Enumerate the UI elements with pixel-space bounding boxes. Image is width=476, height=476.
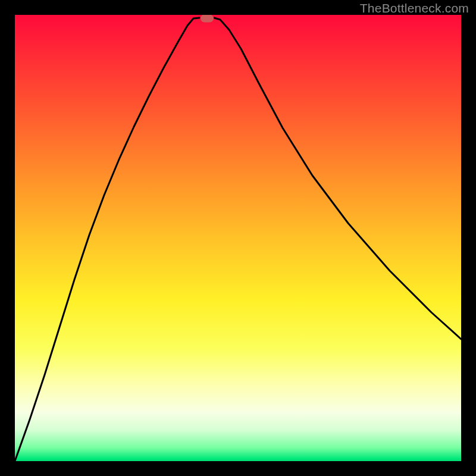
watermark-text: TheBottleneck.com <box>360 1 469 15</box>
chart-frame: TheBottleneck.com <box>0 0 476 476</box>
left-curve <box>15 18 199 461</box>
curve-layer <box>15 15 461 461</box>
bottleneck-marker <box>201 15 214 23</box>
plot-area <box>15 15 461 461</box>
right-curve <box>214 18 461 339</box>
